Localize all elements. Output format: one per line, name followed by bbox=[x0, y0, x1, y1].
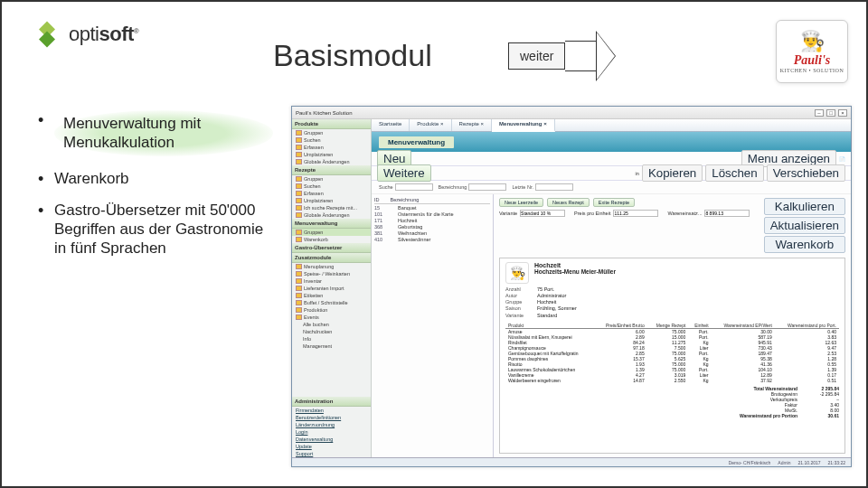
close-icon[interactable]: × bbox=[838, 109, 847, 117]
sidebar-subitem[interactable]: Info bbox=[292, 335, 371, 343]
input-bezeichnung[interactable] bbox=[468, 183, 506, 191]
folder-icon bbox=[296, 278, 302, 284]
folder-icon bbox=[296, 159, 302, 164]
btn-kalkulieren[interactable]: Kalkulieren bbox=[764, 198, 845, 215]
admin-link[interactable]: Login bbox=[292, 428, 371, 436]
tab-rezepte[interactable]: Rezepte × bbox=[452, 119, 493, 131]
document-preview: 👨‍🍳 Hochzeit Hochzeits-Menu Meier-Müller… bbox=[499, 258, 845, 454]
sidebar-subitem[interactable]: Alle buchen bbox=[292, 321, 371, 328]
optisoft-wordmark: optisoft® bbox=[69, 23, 138, 46]
document-icon: 📄 bbox=[839, 156, 845, 162]
folder-icon bbox=[296, 183, 302, 189]
btn-weitere[interactable]: Weitere bbox=[377, 164, 431, 182]
list-row[interactable]: 368Geburtstag bbox=[374, 223, 490, 230]
weiter-button[interactable]: weiter bbox=[508, 31, 616, 81]
input-letzte[interactable] bbox=[535, 183, 573, 191]
sidebar-item[interactable]: Suchen bbox=[292, 136, 371, 144]
lbl-preis: Preis pro Einheit bbox=[574, 211, 610, 216]
chef-hat-icon: 👨‍🍳 bbox=[800, 30, 825, 53]
btn-aktualisieren[interactable]: Aktualisieren bbox=[764, 217, 845, 234]
maximize-icon[interactable]: □ bbox=[826, 109, 835, 117]
menu-list-pane: ID Bezeichnung 15Banquet101Ostermenüs fü… bbox=[372, 194, 494, 457]
list-row[interactable]: 15Banquet bbox=[374, 204, 490, 211]
sidebar-item[interactable]: Speise- / Weinkarten bbox=[292, 270, 371, 277]
list-row[interactable]: 101Ostermenüs für die Karte bbox=[374, 211, 490, 217]
tab-startseite[interactable]: Startseite bbox=[372, 119, 410, 131]
sidebar-item[interactable]: Umplatzieren bbox=[292, 151, 371, 158]
list-row[interactable]: 171Hochzeit bbox=[374, 217, 490, 223]
minimize-icon[interactable]: – bbox=[815, 109, 824, 117]
btn-kopieren[interactable]: Kopieren bbox=[642, 164, 703, 182]
list-row[interactable]: 410Silvesterdinner bbox=[374, 236, 490, 242]
admin-link[interactable]: Benutzerdefinitionen bbox=[292, 414, 371, 421]
sidebar-item[interactable]: Gruppen bbox=[292, 175, 371, 183]
sidebar-item[interactable]: Suchen bbox=[292, 183, 371, 190]
app-main: Startseite Produkte × Rezepte × Menuverw… bbox=[372, 119, 851, 457]
sidebar-item[interactable]: Gruppen bbox=[292, 229, 371, 236]
sb-header-zusatzmodule[interactable]: Zusatzmodule bbox=[292, 253, 371, 263]
sidebar-item[interactable]: Etiketten bbox=[292, 292, 371, 299]
input-preis[interactable] bbox=[613, 210, 658, 217]
tab-close-icon[interactable]: × bbox=[543, 121, 547, 127]
status-demo: Demo- CH/Fränkisch bbox=[729, 460, 771, 465]
sidebar-item[interactable]: Warenkorb bbox=[292, 236, 371, 243]
sb-header-produkte[interactable]: Produkte bbox=[292, 119, 371, 129]
sb-header-rezepte[interactable]: Rezepte bbox=[292, 165, 371, 175]
input-suche[interactable] bbox=[395, 183, 433, 191]
sidebar-item[interactable]: Lieferanten Import bbox=[292, 285, 371, 292]
lbl-letzte: Letzte Nr. bbox=[512, 184, 533, 190]
sidebar-item[interactable]: Inventar bbox=[292, 277, 371, 285]
sidebar-item[interactable]: Produktion bbox=[292, 306, 371, 314]
sidebar-item[interactable]: Erfassen bbox=[292, 190, 371, 197]
admin-link[interactable]: Update bbox=[292, 443, 371, 450]
sb-header-menuverwaltung[interactable]: Menuverwaltung bbox=[292, 219, 371, 229]
folder-icon bbox=[296, 230, 302, 235]
doc-title: Hochzeits-Menu Meier-Müller bbox=[534, 268, 616, 275]
detail-pane: Neue Leerzeile Neues Rezept Exite Rezept… bbox=[494, 194, 851, 457]
btn-loeschen[interactable]: Löschen bbox=[705, 164, 763, 182]
btn-verschieben[interactable]: Verschieben bbox=[767, 164, 845, 182]
admin-link[interactable]: Support bbox=[292, 450, 371, 457]
sidebar-item[interactable]: Menuplanung bbox=[292, 263, 371, 270]
sb-header-uebersetzer[interactable]: Gastro-Übersetzer bbox=[292, 243, 371, 253]
sidebar-item[interactable]: Umplatzieren bbox=[292, 197, 371, 204]
sidebar-item[interactable]: Gruppen bbox=[292, 129, 371, 136]
sidebar-item[interactable]: Globale Änderungen bbox=[292, 158, 371, 165]
lbl-wareneinsatz: Wareneinsatz... bbox=[667, 211, 702, 216]
tab-menuverwaltung[interactable]: Menuverwaltung × bbox=[492, 119, 555, 132]
folder-icon bbox=[296, 264, 302, 269]
filter-row: Suche Bezeichnung Letzte Nr. bbox=[372, 181, 851, 194]
label-in: in bbox=[636, 171, 639, 176]
list-row[interactable]: 381Weihnachten bbox=[374, 230, 490, 236]
tab-produkte[interactable]: Produkte × bbox=[410, 119, 451, 131]
sidebar-item[interactable]: Ich suche Rezepte mit... bbox=[292, 204, 371, 211]
btn-neues-rezept[interactable]: Neues Rezept bbox=[547, 198, 590, 207]
tab-close-icon[interactable]: × bbox=[481, 121, 485, 127]
sidebar-subitem[interactable]: Management bbox=[292, 343, 371, 350]
toolbar-row-2: Weitere in Kopieren Löschen Verschieben bbox=[372, 166, 851, 181]
admin-link[interactable]: Firmendaten bbox=[292, 407, 371, 414]
btn-neue-leerzeile[interactable]: Neue Leerzeile bbox=[499, 198, 543, 207]
admin-link[interactable]: Länderzuordnung bbox=[292, 421, 371, 428]
input-wareneinsatz[interactable] bbox=[704, 210, 750, 217]
btn-warenkorb[interactable]: Warenkorb bbox=[764, 236, 845, 253]
bullet-item: Menuverwaltung mit Menukalkulation bbox=[38, 110, 273, 156]
folder-icon bbox=[296, 145, 302, 150]
tab-close-icon[interactable]: × bbox=[440, 121, 444, 127]
lbl-bezeichnung: Bezeichnung bbox=[439, 184, 467, 190]
admin-link[interactable]: Datenverwaltung bbox=[292, 436, 371, 443]
sidebar-item[interactable]: Events bbox=[292, 314, 371, 321]
input-variante[interactable] bbox=[520, 210, 565, 217]
sidebar-subitem[interactable]: Nachdrucken bbox=[292, 328, 371, 335]
btn-existe-rezepte[interactable]: Exite Rezepte bbox=[593, 198, 635, 207]
folder-icon bbox=[296, 286, 302, 291]
sidebar-item[interactable]: Buffet / Schnittstelle bbox=[292, 299, 371, 306]
status-time: 21:33:22 bbox=[828, 460, 845, 465]
sb-header-admin[interactable]: Administration bbox=[292, 397, 371, 407]
sidebar-item[interactable]: Globale Änderungen bbox=[292, 211, 371, 219]
paulis-name: Pauli's bbox=[794, 53, 830, 68]
sidebar-item[interactable]: Erfassen bbox=[292, 144, 371, 151]
window-titlebar: Pauli's Kitchen Solution – □ × bbox=[292, 107, 851, 119]
paulis-subtitle: KITCHEN • SOLUTION bbox=[780, 68, 844, 73]
status-bar: Demo- CH/Fränkisch Admin 21.10.2017 21:3… bbox=[292, 457, 851, 466]
